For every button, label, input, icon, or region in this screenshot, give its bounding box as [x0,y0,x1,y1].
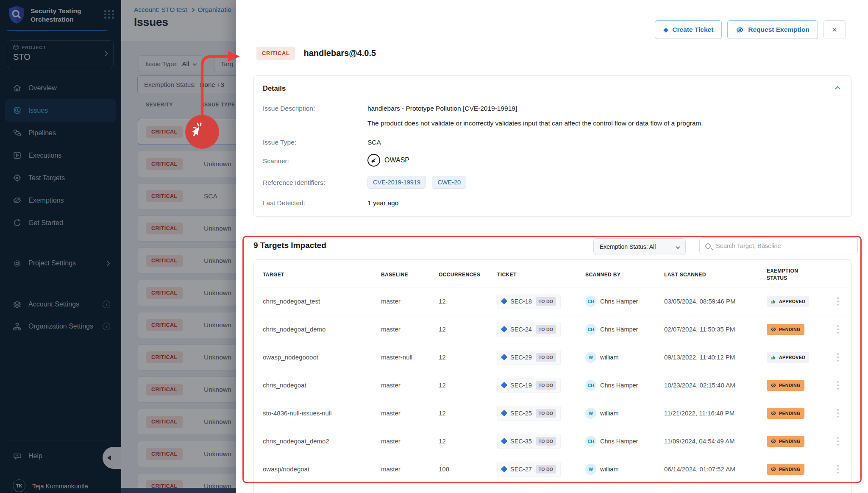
ticket-status-badge: TO DO [536,381,556,390]
ticket-id: SEC-18 [510,298,532,305]
eye-slash-icon [771,410,776,416]
search-input[interactable] [715,242,852,250]
scanned-by-name: Chris Hamper [600,382,638,389]
last-scanned-cell: 10/23/2024, 02:15:40 AM [664,382,767,389]
targets-impacted-heading: 9 Targets Impacted [253,241,326,250]
last-scanned-cell: 11/21/2022, 11:16:48 PM [664,409,767,417]
exemption-status-text: APPROVED [779,299,805,304]
reference-chips: CVE-2019-19919 CWE-20 [367,176,470,189]
exemption-status-badge: APPROVED [767,296,809,307]
close-button[interactable]: × [823,20,846,39]
occurrences-cell: 12 [439,354,497,361]
exemption-status-badge: APPROVED [767,352,809,363]
jira-diamond-icon [501,382,508,389]
avatar: W [585,464,596,475]
cwe-chip[interactable]: CWE-20 [432,176,466,189]
table-row[interactable]: owasp_nodegoooot master-null 12 SEC-29 T… [254,343,851,371]
exemption-status-text: PENDING [779,383,801,388]
eye-slash-icon [771,382,776,388]
col-occurrences: OCCURRENCES [439,272,497,278]
table-row[interactable]: chris_nodegoat master 12 SEC-19 TO DO CH… [254,371,851,399]
scanned-by-name: Chris Hamper [600,298,638,305]
targets-table-header: TARGET BASELINE OCCURRENCES TICKET SCANN… [254,260,851,287]
col-scanned-by: SCANNED BY [585,272,664,278]
target-cell: owasp/nodegoat [263,465,381,473]
jira-diamond-icon [501,466,508,473]
row-menu-kebab-icon[interactable] [837,381,839,383]
avatar: W [585,352,596,363]
ticket-link[interactable]: SEC-19 TO DO [497,378,561,393]
ticket-link[interactable]: SEC-29 TO DO [497,350,561,365]
ticket-id: SEC-25 [510,410,532,417]
ticket-link[interactable]: SEC-35 TO DO [497,434,561,449]
eye-slash-icon [771,438,776,444]
table-row[interactable]: chris_nodegoat_test master 12 SEC-18 TO … [254,287,851,315]
exemption-status-badge: PENDING [767,324,804,335]
exemption-status-dropdown[interactable]: Exemption Status: All [593,238,686,255]
table-row[interactable]: sto-4836-null-issues-null master 12 SEC-… [254,399,851,427]
scanned-by-cell: CH Chris Hamper [585,324,664,335]
close-icon: × [832,25,837,35]
scanned-by-name: Chris Hamper [600,438,638,445]
last-scanned-cell: 09/13/2022, 11:40:12 PM [664,354,767,361]
scanned-by-name: Chris Hamper [600,326,638,333]
ticket-status-badge: TO DO [536,325,556,334]
last-scanned-cell: 02/07/2024, 11:50:35 PM [664,326,767,333]
ticket-link[interactable]: SEC-24 TO DO [497,322,561,337]
ticket-link[interactable]: SEC-18 TO DO [497,294,561,309]
targets-table-body: chris_nodegoat_test master 12 SEC-18 TO … [254,287,851,483]
modal-dim-overlay[interactable] [0,0,236,493]
issue-description-label: Issue Description: [263,105,315,112]
scanner-value: OWASP [367,154,409,167]
row-menu-kebab-icon[interactable] [837,353,839,355]
jira-diamond-icon [501,354,508,361]
row-menu-kebab-icon[interactable] [837,409,839,411]
baseline-cell: master [381,437,439,445]
create-ticket-button[interactable]: ◆ Create Ticket [655,20,722,39]
scanned-by-cell: W william [585,408,664,419]
ticket-link[interactable]: SEC-27 TO DO [497,462,561,477]
table-row[interactable]: owasp/nodegoat master 108 SEC-27 TO DO W… [254,455,851,483]
col-exemption-status: EXEMPTION STATUS [767,267,809,282]
target-cell: chris_nodegoat_demo [263,326,381,333]
jira-diamond-icon [501,410,508,417]
scanned-by-cell: W william [585,352,664,363]
row-menu-kebab-icon[interactable] [837,325,839,327]
exemption-status-text: PENDING [779,467,801,472]
occurrences-cell: 12 [439,298,497,305]
details-heading: Details [263,84,286,92]
issue-description-line1: handlebars - Prototype Pollution [CVE-20… [367,105,517,112]
ticket-id: SEC-29 [510,354,532,361]
ticket-id: SEC-27 [510,466,532,473]
row-menu-kebab-icon[interactable] [837,437,839,439]
table-row[interactable]: chris_nodegoat_demo2 master 12 SEC-35 TO… [254,427,851,455]
row-menu-kebab-icon[interactable] [837,465,839,467]
row-menu-kebab-icon[interactable] [837,297,839,299]
exemption-status-text: PENDING [779,439,801,444]
request-exemption-button[interactable]: Request Exemption [727,20,818,39]
table-row[interactable]: chris_nodegoat_demo master 12 SEC-24 TO … [254,315,851,343]
occurrences-cell: 12 [439,382,497,389]
last-detected-label: Last Detected: [263,199,305,207]
baseline-cell: master [381,409,439,417]
col-baseline: BASELINE [381,272,439,278]
scanned-by-name: william [600,466,619,473]
collapse-chevron-up-icon[interactable] [835,86,840,92]
last-detected-value: 1 year ago [367,199,398,207]
eye-slash-icon [771,326,776,332]
eye-slash-icon [736,26,744,34]
ticket-status-badge: TO DO [536,409,556,418]
thumbs-up-icon [771,354,776,360]
details-card: Details Issue Description: handlebars - … [253,75,852,217]
exemption-status-text: PENDING [779,327,801,332]
eye-slash-icon [771,466,776,472]
scanned-by-cell: CH Chris Hamper [585,380,664,391]
cve-chip[interactable]: CVE-2019-19919 [367,176,426,189]
issue-type-label: Issue Type: [263,139,296,146]
ticket-status-badge: TO DO [536,437,556,446]
ticket-link[interactable]: SEC-25 TO DO [497,406,561,421]
baseline-cell: master [381,326,439,333]
scanned-by-cell: CH Chris Hamper [585,296,664,307]
issue-description-line2: The product does not validate or incorre… [367,120,703,127]
scanner-label: Scanner: [263,157,289,165]
